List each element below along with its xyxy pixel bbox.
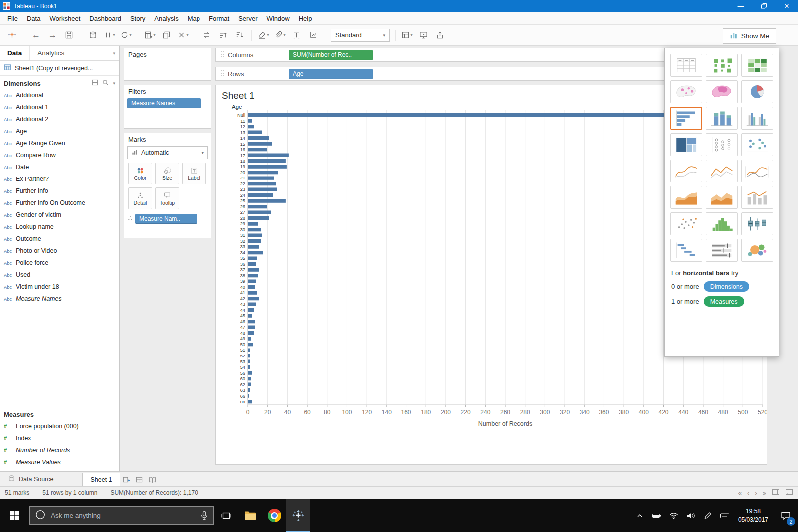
file-explorer-button[interactable] bbox=[238, 499, 262, 532]
menu-file[interactable]: File bbox=[3, 12, 22, 24]
toolbar-tableau-logo-button[interactable] bbox=[4, 28, 20, 43]
dimension-field[interactable]: AbcAdditional bbox=[0, 89, 119, 101]
toolbar-presentation-mode-button[interactable] bbox=[415, 28, 432, 43]
data-source-item[interactable]: Sheet1 (Copy of revenged... bbox=[0, 61, 119, 76]
dimension-field[interactable]: AbcPhoto or Video bbox=[0, 245, 119, 257]
showme-highlight-table-icon[interactable] bbox=[741, 54, 773, 77]
showme-stacked-bars-icon[interactable] bbox=[706, 107, 738, 130]
toolbar-pause-auto-updates-button[interactable]: ▾ bbox=[101, 28, 118, 43]
chrome-button[interactable] bbox=[262, 499, 286, 532]
showme-circle-views-icon[interactable] bbox=[706, 133, 738, 156]
find-field-icon[interactable] bbox=[102, 79, 109, 87]
dimension-field[interactable]: AbcDate bbox=[0, 161, 119, 173]
showme-horizontal-bars-icon[interactable] bbox=[670, 107, 702, 130]
marks-tooltip-button[interactable]: Tooltip bbox=[155, 187, 179, 209]
toolbar-show-hide-cards-button[interactable]: ▾ bbox=[399, 28, 415, 43]
showme-continuous-area-icon[interactable] bbox=[670, 186, 702, 209]
dimension-field[interactable]: AbcUsed bbox=[0, 269, 119, 281]
wifi-icon[interactable] bbox=[665, 505, 682, 526]
showme-heat-map-icon[interactable] bbox=[706, 54, 738, 77]
dimension-field[interactable]: AbcFurther Info bbox=[0, 185, 119, 197]
menu-map[interactable]: Map bbox=[183, 12, 204, 24]
pane-menu-icon[interactable]: ▾ bbox=[113, 51, 115, 56]
menu-window[interactable]: Window bbox=[262, 12, 294, 24]
dimension-field[interactable]: AbcAdditional 2 bbox=[0, 113, 119, 125]
showme-discrete-area-icon[interactable] bbox=[706, 186, 738, 209]
action-center-button[interactable]: 2 bbox=[773, 499, 798, 532]
tab-data[interactable]: Data bbox=[0, 46, 29, 60]
showme-side-by-side-circles-icon[interactable] bbox=[741, 133, 773, 156]
showme-packed-bubbles-icon[interactable] bbox=[741, 239, 773, 262]
minimize-button[interactable]: — bbox=[729, 0, 752, 12]
touch-keyboard-icon[interactable] bbox=[716, 505, 733, 526]
menu-story[interactable]: Story bbox=[126, 12, 150, 24]
toolbar-new-worksheet-button[interactable]: ▾ bbox=[142, 28, 158, 43]
showme-continuous-lines-icon[interactable] bbox=[670, 160, 702, 182]
dimension-field[interactable]: AbcPolice force bbox=[0, 257, 119, 269]
showme-filled-map-icon[interactable] bbox=[706, 80, 738, 103]
toolbar-fix-axes-button[interactable] bbox=[305, 28, 321, 43]
showme-side-by-side-bars-icon[interactable] bbox=[741, 107, 773, 130]
show-me-button[interactable]: Show Me bbox=[723, 28, 776, 44]
volume-icon[interactable] bbox=[682, 505, 699, 526]
dimension-field[interactable]: AbcVictim under 18 bbox=[0, 281, 119, 293]
menu-analysis[interactable]: Analysis bbox=[150, 12, 183, 24]
showme-histogram-icon[interactable] bbox=[706, 212, 738, 235]
pill-measure-names[interactable]: Measure Names bbox=[127, 98, 201, 108]
tab-analytics[interactable]: Analytics bbox=[29, 46, 72, 60]
new-worksheet-button[interactable] bbox=[120, 473, 133, 486]
marks-label-button[interactable]: Label bbox=[182, 163, 206, 184]
toolbar-share-button[interactable] bbox=[432, 28, 448, 43]
taskbar-clock[interactable]: 19:58 05/03/2017 bbox=[733, 507, 773, 523]
dimension-field[interactable]: AbcAdditional 1 bbox=[0, 101, 119, 113]
show-filmstrip-icon[interactable] bbox=[772, 489, 780, 497]
menu-server[interactable]: Server bbox=[234, 12, 262, 24]
toolbar-new-data-source-button[interactable] bbox=[85, 28, 101, 43]
fit-dropdown[interactable]: Standard▾ bbox=[331, 29, 390, 42]
measure-field[interactable]: #Force population (000) bbox=[0, 420, 119, 432]
toolbar-group-members-button[interactable]: ▾ bbox=[272, 28, 288, 43]
marks-color-button[interactable]: Color bbox=[128, 163, 152, 184]
toolbar-save-button[interactable] bbox=[61, 28, 77, 43]
toolbar-highlight-button[interactable]: ▾ bbox=[255, 28, 272, 43]
showme-text-table-icon[interactable] bbox=[670, 54, 702, 77]
task-view-button[interactable] bbox=[214, 499, 238, 532]
pages-card[interactable]: Pages bbox=[124, 48, 211, 81]
mark-type-dropdown[interactable]: Automatic ▾ bbox=[127, 146, 208, 159]
toolbar-duplicate-sheet-button[interactable] bbox=[158, 28, 175, 43]
data-source-tab[interactable]: Data Source bbox=[2, 472, 59, 486]
dimension-field[interactable]: AbcFurther Info On Outcome bbox=[0, 197, 119, 209]
measure-field[interactable]: #Index bbox=[0, 432, 119, 444]
menu-data[interactable]: Data bbox=[22, 12, 45, 24]
toolbar-sort-ascending-button[interactable] bbox=[215, 28, 231, 43]
view-data-icon[interactable] bbox=[92, 79, 98, 87]
hidden-icons-chevron[interactable] bbox=[631, 505, 648, 526]
show-tabs-icon[interactable] bbox=[785, 489, 793, 497]
showme-scatter-plot-icon[interactable] bbox=[670, 212, 702, 235]
cortana-search-input[interactable]: Ask me anything bbox=[29, 506, 214, 525]
showme-pie-chart-icon[interactable] bbox=[741, 80, 773, 103]
menu-help[interactable]: Help bbox=[294, 12, 317, 24]
measure-field[interactable]: #Measure Values bbox=[0, 456, 119, 468]
close-button[interactable]: × bbox=[775, 0, 798, 12]
pen-icon[interactable] bbox=[699, 505, 716, 526]
toolbar-swap-rows-columns-button[interactable] bbox=[199, 28, 215, 43]
toolbar-clear-sheet-button[interactable]: ▾ bbox=[175, 28, 191, 43]
pane-options-icon[interactable]: ▾ bbox=[113, 81, 115, 86]
battery-icon[interactable] bbox=[648, 505, 665, 526]
restore-button[interactable] bbox=[752, 0, 775, 12]
new-dashboard-button[interactable] bbox=[133, 473, 146, 486]
pill-sum-number-of-rec[interactable]: SUM(Number of Rec.. bbox=[289, 50, 373, 60]
showme-gantt-icon[interactable] bbox=[670, 239, 702, 262]
measure-field[interactable]: #Number of Records bbox=[0, 444, 119, 456]
dimension-field[interactable]: AbcLookup name bbox=[0, 221, 119, 233]
pill-age[interactable]: Age bbox=[289, 69, 373, 79]
menu-worksheet[interactable]: Worksheet bbox=[45, 12, 85, 24]
dimension-field[interactable]: AbcEx Partner? bbox=[0, 173, 119, 185]
toolbar-redo-button[interactable]: → bbox=[44, 28, 61, 43]
showme-dual-combination-icon[interactable] bbox=[741, 186, 773, 209]
showme-discrete-lines-icon[interactable] bbox=[706, 160, 738, 182]
dimension-field[interactable]: AbcOutcome bbox=[0, 233, 119, 245]
start-button[interactable] bbox=[0, 499, 29, 532]
dimension-field[interactable]: AbcMeasure Names bbox=[0, 293, 119, 305]
